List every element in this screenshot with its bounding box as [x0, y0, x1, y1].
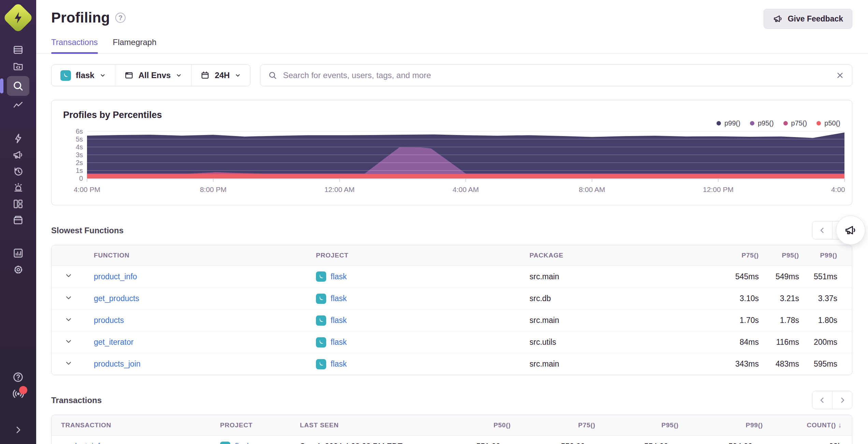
profiles-by-percentiles-card: Profiles by Percentiles p99()p95()p75()p… — [51, 100, 852, 205]
chart-legend: p99()p95()p75()p50() — [717, 119, 840, 127]
project-link[interactable]: flask — [235, 442, 251, 444]
sidebar-item-releases[interactable] — [7, 212, 29, 228]
column-header[interactable]: P50() — [427, 421, 511, 429]
chevron-down-icon — [99, 72, 106, 79]
slowest-functions-title: Slowest Functions — [51, 226, 124, 235]
legend-dot — [750, 121, 754, 125]
table-row: product_info flaskSep 4, 2024 4:28:28 PM… — [52, 435, 852, 444]
column-header[interactable]: COUNT()↓ — [763, 421, 852, 429]
chevron-right-icon — [13, 425, 23, 435]
project-link[interactable]: flask — [331, 359, 347, 369]
transaction-link[interactable]: product_info — [61, 442, 104, 444]
function-link[interactable]: get_products — [94, 294, 139, 303]
svg-text:3s: 3s — [76, 151, 83, 159]
sidebar-item-help[interactable] — [7, 369, 29, 385]
sidebar-item-issues[interactable] — [7, 42, 29, 58]
package-cell: src.main — [521, 359, 712, 369]
table-row: products_join flasksrc.main343ms483ms595… — [52, 353, 852, 375]
function-link[interactable]: products_join — [94, 359, 141, 368]
give-feedback-button[interactable]: Give Feedback — [764, 9, 852, 29]
legend-item[interactable]: p75() — [783, 119, 807, 127]
expand-row-button[interactable] — [64, 271, 73, 280]
question-circle-icon — [12, 371, 24, 383]
sidebar-item-dashboards[interactable] — [7, 196, 29, 212]
project-cell: flask — [308, 271, 521, 282]
chevron-right-icon — [838, 396, 847, 404]
clear-search-button[interactable] — [836, 71, 844, 80]
sidebar-item-explore[interactable] — [7, 76, 29, 96]
megaphone-icon — [12, 149, 24, 161]
sidebar-item-alerts[interactable] — [7, 179, 29, 196]
sidebar-item-performance[interactable] — [7, 130, 29, 147]
chart-plot[interactable]: 4:00 PM8:00 PM12:00 AM4:00 AM8:00 AM12:0… — [63, 127, 840, 200]
function-link[interactable]: product_info — [94, 272, 137, 281]
project-link[interactable]: flask — [331, 316, 347, 325]
project-cell: flask — [308, 315, 521, 326]
sidebar-item-settings[interactable] — [7, 261, 29, 278]
column-header[interactable]: P99() — [679, 421, 763, 429]
column-header[interactable]: P99() — [799, 252, 852, 259]
sidebar-item-replays[interactable] — [7, 163, 29, 179]
notification-dot — [19, 386, 27, 394]
sidebar-item-metrics[interactable] — [7, 98, 29, 114]
project-link[interactable]: flask — [331, 272, 347, 281]
pager-prev-button[interactable] — [812, 221, 832, 239]
legend-item[interactable]: p99() — [717, 119, 740, 127]
environment-filter-value: All Envs — [139, 71, 171, 80]
project-link[interactable]: flask — [331, 294, 347, 303]
function-link[interactable]: get_iterator — [94, 338, 133, 346]
column-header[interactable]: P95() — [759, 252, 799, 259]
page-help-icon[interactable]: ? — [115, 13, 126, 23]
column-header[interactable]: PROJECT — [308, 252, 521, 259]
column-header[interactable]: P75() — [511, 421, 595, 429]
expand-row-button[interactable] — [64, 293, 73, 302]
p75-value: 84ms — [712, 338, 759, 347]
legend-item[interactable]: p50() — [816, 119, 840, 127]
date-range-filter[interactable]: 24H — [191, 65, 250, 86]
column-header[interactable]: PROJECT — [212, 421, 292, 429]
transactions-table: TRANSACTIONPROJECTLAST SEENP50()P75()P95… — [51, 415, 852, 444]
column-header[interactable]: FUNCTION — [86, 252, 308, 259]
sidebar-item-user-feedback[interactable] — [7, 147, 29, 163]
pager-next-button[interactable] — [832, 391, 852, 409]
function-link[interactable]: products — [94, 316, 124, 325]
table-row: product_info flasksrc.main545ms549ms551m… — [52, 266, 852, 287]
project-filter[interactable]: flask — [52, 65, 115, 86]
sidebar-item-stats[interactable] — [7, 245, 29, 261]
project-link[interactable]: flask — [331, 338, 347, 347]
p95-value: 1.78s — [759, 316, 799, 325]
environment-filter[interactable]: All Envs — [115, 65, 191, 86]
column-header[interactable]: P75() — [712, 252, 759, 259]
project-filter-value: flask — [76, 71, 95, 80]
tab-transactions[interactable]: Transactions — [51, 38, 98, 53]
column-header[interactable]: LAST SEEN — [292, 421, 427, 429]
expand-row-button[interactable] — [64, 315, 73, 324]
column-header[interactable]: P95() — [595, 421, 679, 429]
pager-prev-button[interactable] — [812, 391, 832, 409]
flask-logo-icon — [60, 70, 71, 81]
sidebar-item-whats-new[interactable] — [7, 385, 29, 402]
floating-feedback-button[interactable] — [836, 216, 865, 245]
legend-label: p95() — [758, 119, 774, 127]
column-header[interactable]: TRANSACTION — [52, 421, 212, 429]
search-input[interactable] — [283, 71, 830, 80]
active-indicator — [0, 78, 3, 93]
p50-value: 551.00ms — [427, 442, 511, 444]
column-header[interactable]: PACKAGE — [521, 252, 712, 259]
sentry-logo[interactable] — [3, 2, 34, 33]
transactions-header: Transactions — [51, 391, 852, 410]
sidebar-item-projects[interactable] — [7, 58, 29, 74]
clock-rewind-icon — [12, 165, 24, 177]
expand-row-button[interactable] — [64, 359, 73, 368]
sidebar-collapse-button[interactable] — [7, 421, 29, 438]
flask-logo-icon — [316, 359, 326, 369]
flask-logo-icon — [316, 315, 326, 326]
expand-row-button[interactable] — [64, 337, 73, 346]
legend-item[interactable]: p95() — [750, 119, 774, 127]
gear-icon — [12, 264, 24, 275]
slowest-functions-header: Slowest Functions — [51, 221, 852, 240]
flask-logo-icon — [316, 337, 326, 347]
give-feedback-label: Give Feedback — [788, 14, 843, 24]
tab-flamegraph[interactable]: Flamegraph — [113, 38, 157, 53]
svg-text:0: 0 — [79, 175, 83, 182]
